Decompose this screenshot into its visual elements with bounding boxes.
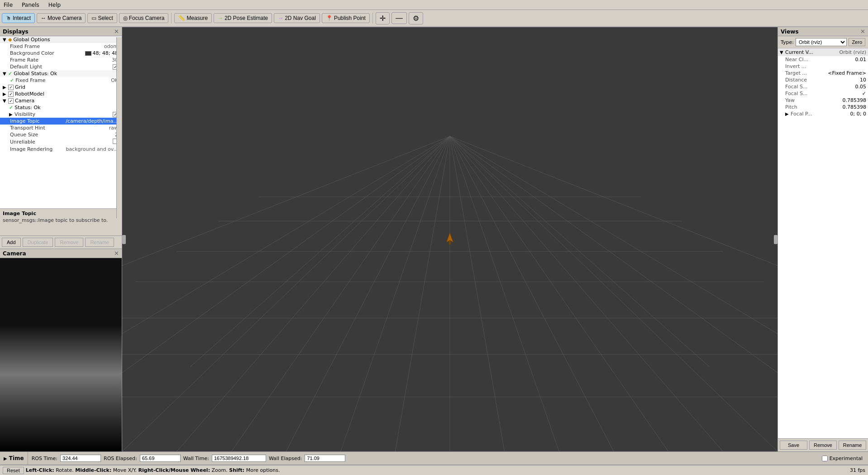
views-focal-s1-row[interactable]: Focal S... 0.05 bbox=[778, 83, 868, 90]
publish-point-button[interactable]: 📍 Publish Point bbox=[322, 13, 370, 23]
views-remove-button[interactable]: Remove bbox=[809, 441, 837, 450]
expand-grid-icon: ▶ bbox=[3, 85, 8, 90]
view-button[interactable]: — bbox=[391, 12, 407, 24]
tree-global-status[interactable]: ▼ ✓ Global Status: Ok bbox=[0, 70, 122, 77]
views-pitch-row[interactable]: Pitch 0.785398 bbox=[778, 104, 868, 110]
svg-line-9 bbox=[450, 136, 614, 451]
left-panel: Displays ✕ ▼ ◆ Global Options Fixed Fram… bbox=[0, 27, 122, 451]
views-zero-button[interactable]: Zero bbox=[849, 38, 865, 46]
views-close-button[interactable]: ✕ bbox=[860, 28, 865, 35]
right-resize-handle[interactable] bbox=[774, 235, 777, 244]
tree-background-color[interactable]: Background Color 48; 48; 48 bbox=[0, 50, 122, 57]
views-yaw-row[interactable]: Yaw 0.785398 bbox=[778, 97, 868, 104]
tree-unreliable[interactable]: Unreliable bbox=[0, 138, 122, 146]
viewport[interactable] bbox=[122, 27, 777, 451]
displays-panel-header: Displays ✕ bbox=[0, 27, 122, 36]
camera-status-icon: ✓ bbox=[9, 105, 13, 110]
move-camera-button[interactable]: ↔ Move Camera bbox=[37, 13, 86, 23]
left-click-label: Left-Click: bbox=[26, 467, 54, 473]
toolbar-separator-2 bbox=[372, 13, 373, 24]
target-value: <Fixed Frame> bbox=[828, 70, 866, 76]
camera-panel-close[interactable]: ✕ bbox=[114, 250, 119, 257]
nav-goal-button[interactable]: → 2D Nav Goal bbox=[274, 13, 320, 23]
focal-s1-label: Focal S... bbox=[785, 84, 855, 90]
pitch-label: Pitch bbox=[785, 104, 843, 110]
menu-file[interactable]: File bbox=[2, 1, 14, 9]
tree-camera-status[interactable]: ✓ Status: Ok bbox=[0, 104, 122, 111]
svg-line-2 bbox=[231, 136, 450, 451]
add-button[interactable]: Add bbox=[2, 238, 21, 247]
tree-camera-visibility[interactable]: ▶ Visibility ✓ bbox=[0, 111, 122, 118]
displays-scrollbar[interactable] bbox=[116, 37, 122, 218]
tree-queue-size[interactable]: Queue Size 2 bbox=[0, 131, 122, 138]
tree-image-rendering[interactable]: Image Rendering background and ov... bbox=[0, 146, 122, 153]
tree-fixed-frame[interactable]: Fixed Frame odom bbox=[0, 43, 122, 50]
shift-action: More options. bbox=[246, 467, 280, 473]
views-target-row[interactable]: Target ... <Fixed Frame> bbox=[778, 70, 868, 77]
tree-camera[interactable]: ▼ ✓ Camera bbox=[0, 97, 122, 104]
ros-elapsed-input[interactable] bbox=[140, 455, 181, 462]
unreliable-label: Unreliable bbox=[10, 139, 113, 145]
views-save-button[interactable]: Save bbox=[780, 441, 807, 450]
robot-model-checkbox[interactable]: ✓ bbox=[8, 91, 14, 97]
settings-button[interactable]: ⚙ bbox=[409, 12, 423, 24]
left-action: Rotate. bbox=[56, 467, 74, 473]
views-distance-row[interactable]: Distance 10 bbox=[778, 77, 868, 83]
tree-global-options[interactable]: ▼ ◆ Global Options bbox=[0, 36, 122, 43]
views-type-select[interactable]: Orbit (rviz) bbox=[796, 38, 847, 46]
tree-default-light[interactable]: Default Light ✓ bbox=[0, 63, 122, 70]
duplicate-button[interactable]: Duplicate bbox=[23, 238, 53, 247]
bg-color-label: Background Color bbox=[10, 50, 85, 56]
views-current-header[interactable]: ▼ Current V... Orbit (rviz) bbox=[778, 48, 868, 56]
time-panel-header[interactable]: ▶ Time bbox=[0, 452, 28, 465]
views-near-clip-row[interactable]: Near Cl... 0.01 bbox=[778, 56, 868, 63]
views-rename-button[interactable]: Rename bbox=[839, 441, 866, 450]
image-topic-value: /camera/depth/ima... bbox=[66, 118, 118, 124]
camera-checkbox[interactable]: ✓ bbox=[8, 98, 14, 104]
menu-help[interactable]: Help bbox=[47, 1, 62, 9]
tree-status-fixed-frame[interactable]: ✓ Fixed Frame OK bbox=[0, 77, 122, 84]
expand-camera-icon: ▼ bbox=[3, 98, 8, 103]
views-focal-s2-row[interactable]: Focal S... ✓ bbox=[778, 90, 868, 97]
status-text: Left-Click: Rotate. Middle-Click: Move X… bbox=[26, 467, 280, 473]
tree-frame-rate[interactable]: Frame Rate 30 bbox=[0, 57, 122, 63]
svg-line-28 bbox=[450, 136, 777, 282]
reset-button[interactable]: Reset bbox=[3, 467, 24, 474]
views-focal-p-row[interactable]: ▶ Focal P... 0; 0; 0 bbox=[778, 110, 868, 117]
interact-button[interactable]: 🖱 Interact bbox=[2, 13, 35, 23]
focus-camera-button[interactable]: ◎ Focus Camera bbox=[119, 13, 169, 23]
wall-elapsed-input[interactable] bbox=[305, 455, 345, 462]
bottom-bar: Reset Left-Click: Rotate. Middle-Click: … bbox=[0, 465, 868, 475]
menu-panels[interactable]: Panels bbox=[20, 1, 41, 9]
middle-action: Move X/Y. bbox=[113, 467, 137, 473]
measure-icon: 📏 bbox=[178, 15, 185, 21]
axis-button[interactable]: ✛ bbox=[376, 12, 390, 24]
select-button[interactable]: ▭ Select bbox=[87, 13, 117, 23]
image-rendering-value: background and ov... bbox=[66, 146, 118, 152]
views-invert-row[interactable]: Invert ... bbox=[778, 63, 868, 70]
views-header: Views ✕ bbox=[778, 27, 868, 36]
ros-time-input[interactable] bbox=[60, 455, 101, 462]
left-resize-handle[interactable] bbox=[122, 235, 126, 244]
grid-checkbox[interactable]: ✓ bbox=[8, 85, 14, 90]
expand-current-icon: ▼ bbox=[780, 50, 785, 55]
measure-button[interactable]: 📏 Measure bbox=[174, 13, 212, 23]
tree-transport-hint[interactable]: Transport Hint raw bbox=[0, 125, 122, 131]
rename-button[interactable]: Rename bbox=[85, 238, 114, 247]
tree-robot-model[interactable]: ▶ ✓ RobotModel bbox=[0, 91, 122, 97]
experimental-section: Experimental bbox=[822, 456, 868, 461]
wall-time-input[interactable] bbox=[212, 455, 266, 462]
displays-close-button[interactable]: ✕ bbox=[114, 28, 119, 35]
tree-grid[interactable]: ▶ ✓ Grid bbox=[0, 84, 122, 91]
current-view-type: Orbit (rviz) bbox=[839, 49, 866, 55]
tree-image-topic[interactable]: Image Topic /camera/depth/ima... bbox=[0, 118, 122, 125]
grid-label: Grid bbox=[15, 84, 25, 90]
ros-time-label: ROS Time: bbox=[32, 456, 57, 461]
toolbar: 🖱 Interact ↔ Move Camera ▭ Select ◎ Focu… bbox=[0, 10, 868, 27]
pose-estimate-button[interactable]: → 2D Pose Estimate bbox=[214, 13, 272, 23]
remove-button[interactable]: Remove bbox=[55, 238, 83, 247]
right-click-label: Right-Click/Mouse Wheel: bbox=[138, 467, 210, 473]
experimental-checkbox[interactable] bbox=[822, 456, 828, 461]
svg-line-1 bbox=[177, 136, 450, 451]
transport-hint-label: Transport Hint bbox=[10, 125, 109, 131]
